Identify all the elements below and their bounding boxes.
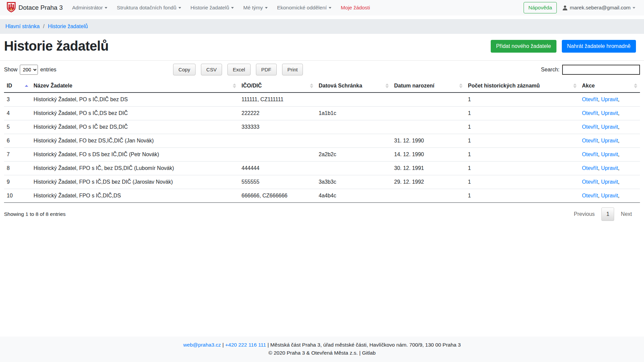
user-menu[interactable]: marek.sebera@gmail.com [562,5,635,11]
previous-page-button[interactable]: Previous [571,208,598,220]
cell-datum-narozeni: 14. 12. 1990 [391,148,465,162]
action-separator: , [598,165,601,171]
cell-datova-schranka: 2a2b2c [316,148,391,162]
nav-item-administrator[interactable]: Administrátor [72,5,107,11]
cell-ico-dic: 444444 [239,162,316,175]
navbar-right: Nápověda marek.sebera@gmail.com [524,2,635,13]
action-trailing-comma: , [618,124,620,130]
search-input[interactable] [562,65,640,75]
sort-icon [459,83,463,88]
edit-link[interactable]: Upravit [601,110,618,116]
edit-link[interactable]: Upravit [601,165,618,171]
edit-link[interactable]: Upravit [601,179,618,185]
edit-link[interactable]: Upravit [601,152,618,157]
table-foot: Showing 1 to 8 of 8 entries Previous 1 N… [0,203,644,221]
column-header-datova-schranka[interactable]: Datová Schránka [316,79,391,93]
export-pdf-button[interactable]: PDF [256,64,277,75]
action-trailing-comma: , [618,138,620,143]
cell-pocet-zaznamu: 1 [465,107,579,120]
nav-item-ekonomicke-oddeleni[interactable]: Ekonomické oddělení [277,5,331,11]
breadcrumb-link-hlavni-stranka[interactable]: Hlavní stránka [5,23,40,29]
open-link[interactable]: Otevřít [582,165,598,171]
action-trailing-comma: , [618,110,620,116]
nav-item-struktura-dotacnich-fondu[interactable]: Struktura dotačních fondů [117,5,181,11]
cell-pocet-zaznamu: 1 [465,120,579,134]
column-label: Počet historických záznamů [468,83,540,88]
column-header-ico-dic[interactable]: IČO/DIČ [239,79,316,93]
breadcrumb-separator: / [43,23,44,29]
column-label: ID [7,83,12,88]
footer-phone-link[interactable]: +420 222 116 111 [225,342,266,348]
open-link[interactable]: Otevřít [582,110,598,116]
cell-name: Historický Žadatel, FO bez DS,IČ,DIČ (Ja… [31,134,239,148]
chevron-down-icon [231,7,234,9]
cell-ico-dic [239,148,316,162]
cell-akce: Otevřít, Upravit, [579,175,640,189]
show-label: Show [4,67,17,73]
action-separator: , [598,152,601,157]
open-link[interactable]: Otevřít [582,97,598,102]
column-header-id[interactable]: ID [4,79,31,93]
action-separator: , [598,110,601,116]
cell-akce: Otevřít, Upravit, [579,134,640,148]
edit-link[interactable]: Upravit [601,124,618,130]
cell-akce: Otevřít, Upravit, [579,189,640,203]
cell-datum-narozeni: 30. 12. 1991 [391,162,465,175]
export-excel-button[interactable]: Excel [227,64,251,75]
open-link[interactable]: Otevřít [582,138,598,143]
export-buttons: CopyCSVExcelPDFPrint [173,64,303,75]
entries-label: entries [40,67,56,73]
brand[interactable]: Dotace Praha 3 [7,2,63,14]
cell-datum-narozeni [391,107,465,120]
search-label: Search: [541,67,559,73]
table-row: 9Historický Žadatel, FPO s IČ,DS bez DIČ… [4,175,640,189]
nav-item-me-tymy[interactable]: Mé týmy [243,5,268,11]
cell-ico-dic: 555555 [239,175,316,189]
export-copy-button[interactable]: Copy [173,64,196,75]
column-label: Název Žadatele [34,83,72,88]
cell-akce: Otevřít, Upravit, [579,93,640,107]
site-footer: web@praha3.cz | +420 222 116 111 | Městs… [0,337,644,362]
action-separator: , [598,97,601,102]
breadcrumb-link-historie-zadatelu[interactable]: Historie žadatelů [48,23,88,29]
current-page-button[interactable]: 1 [601,207,614,221]
top-navbar: Dotace Praha 3 AdministrátorStruktura do… [0,0,644,15]
column-header-datum-narozeni[interactable]: Datum narození [391,79,465,93]
cell-id: 9 [4,175,31,189]
open-link[interactable]: Otevřít [582,179,598,185]
open-link[interactable]: Otevřít [582,152,598,157]
edit-link[interactable]: Upravit [601,193,618,198]
main-menu: AdministrátorStruktura dotačních fondůHi… [72,5,524,11]
help-button[interactable]: Nápověda [524,2,557,13]
page-length-control: Show 200 entries [4,65,56,75]
export-csv-button[interactable]: CSV [201,64,222,75]
chevron-down-icon [265,7,268,9]
chevron-down-icon [633,7,635,9]
cell-name: Historický Žadatel, FO s DS bez IČ,DIČ (… [31,148,239,162]
column-label: Akce [582,83,595,88]
column-header-nazev-zadatele[interactable]: Název Žadatele [31,79,239,93]
chevron-down-icon [329,7,331,9]
action-separator: , [598,124,601,130]
table-row: 3Historický Žadatel, PO s IČ,DIČ bez DS1… [4,93,640,107]
cell-datum-narozeni: 29. 12. 1992 [391,175,465,189]
edit-link[interactable]: Upravit [601,138,618,143]
add-applicant-button[interactable]: Přidat nového žadatele [491,40,556,53]
nav-item-historie-zadatelu[interactable]: Historie žadatelů [191,5,234,11]
nav-item-moje-zadosti[interactable]: Moje žádosti [341,5,370,11]
open-link[interactable]: Otevřít [582,193,598,198]
footer-email-link[interactable]: web@praha3.cz [183,342,221,348]
export-print-button[interactable]: Print [282,64,303,75]
bulk-upload-button[interactable]: Nahrát žadatele hromadně [562,40,636,53]
column-header-pocet-historickych-zaznamu[interactable]: Počet historických záznamů [465,79,579,93]
chevron-down-icon [105,7,107,9]
page-length-select[interactable]: 200 [20,65,38,75]
open-link[interactable]: Otevřít [582,124,598,130]
action-separator: , [598,193,601,198]
column-header-akce[interactable]: Akce [579,79,640,93]
table-row: 10Historický Žadatel, FPO s IČ,DIČ,DS666… [4,189,640,203]
next-page-button[interactable]: Next [618,208,635,220]
edit-link[interactable]: Upravit [601,97,618,102]
column-label: IČO/DIČ [241,83,262,88]
cell-id: 8 [4,162,31,175]
